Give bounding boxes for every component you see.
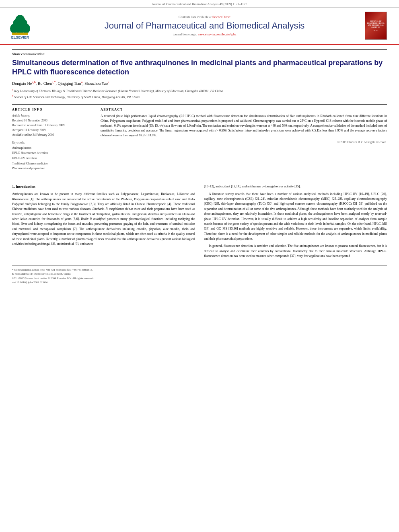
- keywords-section: Keywords: Anthraquinones HPLC-fluorescen…: [12, 141, 93, 171]
- intro-para1: Anthraquinones are known to be present i…: [12, 192, 195, 246]
- abstract-text: A reversed-phase high-performance liquid…: [101, 114, 387, 144]
- accepted-date: Accepted 11 February 2009: [12, 128, 93, 133]
- doi-footnote: doi:10.1016/j.jpba.2009.02.014: [12, 280, 387, 285]
- journal-volume-info: Journal of Pharmaceutical and Biomedical…: [152, 2, 247, 6]
- article-title: Simultaneous determination of five anthr…: [12, 58, 387, 77]
- copyright-notice: © 2009 Elsevier B.V. All rights reserved…: [101, 140, 387, 144]
- top-journal-bar: Journal of Pharmaceutical and Biomedical…: [0, 0, 399, 8]
- keyword-4: Traditional Chinese medicine: [12, 161, 93, 166]
- received-date: Received 10 November 2008: [12, 118, 93, 123]
- contents-line: Contents lists available at ScienceDirec…: [44, 15, 365, 19]
- online-date: Available online 24 February 2009: [12, 133, 93, 138]
- sciencedirect-link[interactable]: ScienceDirect: [212, 15, 230, 19]
- main-content: Short communication Simultaneous determi…: [0, 45, 399, 291]
- article-history-section: Article history: Received 10 November 20…: [12, 114, 93, 138]
- journal-title-text: Journal of Pharmaceutical and Biomedical…: [44, 21, 365, 31]
- body-right-col: [10–12], antioxidant [13,14], and antihu…: [204, 184, 387, 261]
- svg-point-6: [15, 15, 25, 26]
- homepage-link[interactable]: www.elsevier.com/locate/jpba: [197, 33, 236, 36]
- keywords-label: Keywords:: [12, 141, 93, 144]
- keyword-5: Pharmaceutical preparation: [12, 166, 93, 171]
- journal-header: ELSEVIER Contents lists available at Sci…: [0, 8, 399, 45]
- keywords-list: Anthraquinones HPLC-fluorescence detecti…: [12, 146, 93, 171]
- article-dates: Received 10 November 2008 Received in re…: [12, 118, 93, 138]
- journal-cover-image: JOURNAL OFPHARMACEUTICALAND BIOMEDICALAN…: [365, 12, 387, 40]
- email-footnote: E-mail address: dr-chenpo@vip.sina.com (…: [12, 272, 387, 276]
- homepage-line: journal homepage: www.elsevier.com/locat…: [44, 33, 365, 36]
- affiliation-b: b School of Life Sciences and Technology…: [12, 94, 387, 100]
- keyword-2: HPLC-fluorescence detection: [12, 151, 93, 156]
- abstract-header: ABSTRACT: [101, 108, 387, 111]
- authors-line: Dongxiu Hea,b, Bo Chena,*, Qingqing Tian…: [12, 80, 387, 86]
- right-para3: In general, fluorescence detection is se…: [204, 244, 387, 259]
- corresponding-footnote: * Corresponding author. Tel.: +86 731 88…: [12, 268, 387, 272]
- affiliation-a: a Key Laboratory of Chemical Biology & T…: [12, 88, 387, 94]
- right-para2: A literature survey reveals that there h…: [204, 192, 387, 242]
- keyword-1: Anthraquinones: [12, 146, 93, 151]
- intro-heading: 1. Introduction: [12, 184, 195, 190]
- body-left-col: 1. Introduction Anthraquinones are known…: [12, 184, 195, 261]
- right-para1: [10–12], antioxidant [13,14], and antihu…: [204, 184, 387, 189]
- article-info-abstract-section: ARTICLE INFO Article history: Received 1…: [12, 104, 387, 171]
- body-separator: [12, 178, 387, 178]
- affiliations: a Key Laboratory of Chemical Biology & T…: [12, 88, 387, 99]
- journal-name-block: Contents lists available at ScienceDirec…: [44, 15, 365, 36]
- issn-footnote: 0731-7085/$ – see front matter © 2009 El…: [12, 276, 387, 281]
- article-info-header: ARTICLE INFO: [12, 108, 93, 111]
- elsevier-logo: ELSEVIER: [4, 12, 36, 39]
- revised-date: Received in revised form 11 February 200…: [12, 123, 93, 128]
- svg-rect-7: [12, 33, 28, 35]
- page: Journal of Pharmaceutical and Biomedical…: [0, 0, 399, 532]
- history-label: Article history:: [12, 114, 93, 117]
- abstract-column: ABSTRACT A reversed-phase high-performan…: [101, 108, 387, 171]
- body-two-col: 1. Introduction Anthraquinones are known…: [12, 182, 387, 261]
- article-category: Short communication: [12, 49, 387, 56]
- footnote-section: * Corresponding author. Tel.: +86 731 88…: [12, 265, 387, 285]
- keyword-3: HPLC-UV detection: [12, 156, 93, 161]
- article-info-column: ARTICLE INFO Article history: Received 1…: [12, 108, 93, 171]
